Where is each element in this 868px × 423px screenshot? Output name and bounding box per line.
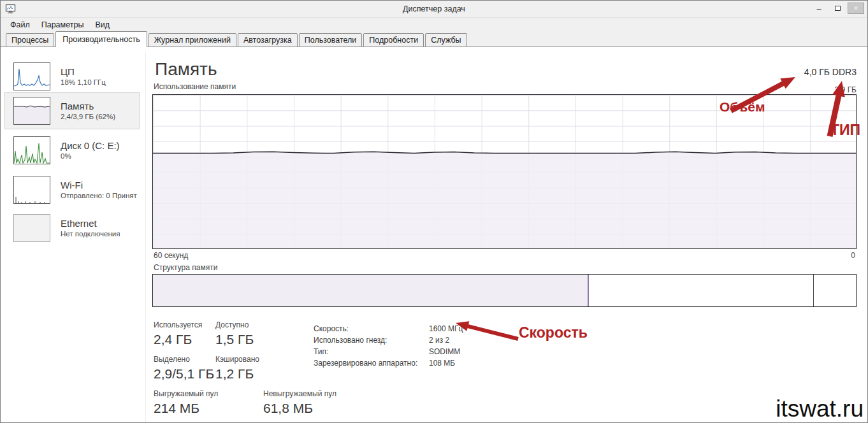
tab-performance[interactable]: Производительность [55, 31, 147, 47]
task-manager-window: Диспетчер задач – × Файл Параметры Вид П… [0, 0, 868, 423]
speed-arrow-icon [456, 321, 518, 339]
stat-available-value: 1,5 ГБ [215, 331, 254, 348]
close-button[interactable]: × [848, 3, 864, 14]
memory-composition-bar [152, 274, 857, 307]
memory-capacity-label: 4,0 ГБ DDR3 [804, 67, 857, 77]
tab-processes[interactable]: Процессы [6, 33, 54, 47]
sidebar-wifi-title: Wi-Fi [61, 179, 137, 191]
tab-users[interactable]: Пользователи [299, 33, 363, 47]
composition-segment-in-use [153, 275, 589, 306]
annotation-speed: Скорость [519, 324, 588, 341]
maximize-button[interactable] [829, 3, 846, 14]
stat-in-use-value: 2,4 ГБ [154, 331, 215, 348]
sidebar-item-ethernet[interactable]: Ethernet Нет подключения [4, 210, 140, 247]
memory-usage-chart [152, 94, 857, 249]
menu-bar: Файл Параметры Вид [4, 18, 115, 31]
stat-nonpaged-pool-value: 61,8 МБ [263, 399, 336, 417]
tab-details[interactable]: Подробности [363, 33, 424, 47]
memory-sparkline-icon [13, 97, 50, 125]
tab-strip: Процессы Производительность Журнал прило… [1, 31, 867, 47]
detail-form-factor-label: Тип: [314, 346, 429, 357]
stat-paged-pool-value: 214 МБ [154, 399, 263, 417]
detail-speed-value: 1600 МГц [429, 323, 463, 334]
minimize-button[interactable]: – [811, 3, 827, 14]
detail-row-form-factor: Тип: SODIMM [314, 346, 463, 357]
page-title: Память [155, 59, 217, 80]
detail-row-hw-reserved: Зарезервировано аппаратно: 108 МБ [314, 357, 463, 369]
watermark: itswat.ru [776, 396, 864, 422]
sidebar-item-wifi[interactable]: Wi-Fi Отправлено: 0 Принят [4, 171, 140, 208]
wifi-sparkline-icon [13, 176, 50, 204]
sidebar-divider [145, 52, 146, 422]
stat-committed-value: 2,9/5,1 ГБ [154, 365, 215, 382]
menu-options[interactable]: Параметры [36, 19, 90, 31]
detail-row-slots: Использовано гнезд: 2 из 2 [314, 334, 463, 346]
sidebar-item-cpu[interactable]: ЦП 18% 1,10 ГГц [4, 58, 140, 95]
sidebar-memory-subtitle: 2,4/3,9 ГБ (62%) [61, 112, 115, 122]
ethernet-sparkline-icon [13, 214, 50, 242]
sidebar-disk-subtitle: 0% [61, 152, 120, 161]
close-icon: × [853, 4, 858, 13]
sidebar-ethernet-title: Ethernet [61, 217, 120, 229]
menu-view[interactable]: Вид [89, 19, 115, 31]
sidebar-ethernet-subtitle: Нет подключения [61, 229, 120, 239]
composition-section-label: Структура памяти [154, 263, 217, 272]
sidebar-disk-title: Диск 0 (C: E:) [61, 140, 120, 152]
detail-slots-value: 2 из 2 [429, 334, 449, 346]
x-axis-left-label: 60 секунд [154, 251, 188, 260]
memory-usage-line [153, 95, 856, 248]
composition-segment-standby [589, 275, 814, 306]
stat-cached-value: 1,2 ГБ [215, 365, 259, 382]
stat-cached-label: Кэшировано [215, 355, 259, 364]
sidebar-cpu-title: ЦП [61, 66, 106, 78]
stat-committed-label: Выделено [154, 355, 215, 364]
stat-available-label: Доступно [215, 320, 254, 329]
stat-nonpaged-pool-label: Невыгружаемый пул [263, 389, 336, 398]
minimize-icon: – [816, 4, 821, 13]
usage-area-fill [153, 152, 856, 248]
detail-slots-label: Использовано гнезд: [314, 334, 429, 346]
sidebar-wifi-subtitle: Отправлено: 0 Принят [61, 191, 137, 201]
sidebar-cpu-subtitle: 18% 1,10 ГГц [61, 78, 106, 87]
detail-hw-reserved-value: 108 МБ [429, 357, 455, 369]
disk-sparkline-icon [13, 136, 50, 164]
memory-details: Скорость: 1600 МГц Использовано гнезд: 2… [314, 323, 463, 369]
tab-services[interactable]: Службы [425, 33, 467, 47]
stats-row-3: Выгружаемый пул 214 МБ Невыгружаемый пул… [154, 389, 453, 417]
sidebar-item-memory[interactable]: Память 2,4/3,9 ГБ (62%) [4, 92, 140, 129]
annotation-volume: Объём [720, 99, 765, 115]
cpu-sparkline-icon [13, 62, 50, 90]
detail-hw-reserved-label: Зарезервировано аппаратно: [314, 357, 429, 369]
detail-form-factor-value: SODIMM [429, 346, 460, 357]
tab-startup[interactable]: Автозагрузка [238, 33, 298, 47]
sidebar-memory-title: Память [61, 100, 115, 112]
detail-speed-label: Скорость: [314, 323, 429, 334]
y-axis-max-label: 3,9 ГБ [835, 85, 857, 94]
x-axis-right-label: 0 [851, 251, 855, 260]
window-chrome: Диспетчер задач – × Файл Параметры Вид П… [1, 1, 867, 47]
annotation-type: ТИП [830, 122, 860, 139]
composition-segment-free [814, 275, 856, 306]
menu-file[interactable]: Файл [4, 19, 36, 31]
tab-app-history[interactable]: Журнал приложений [148, 33, 236, 47]
maximize-icon [835, 6, 841, 11]
window-title: Диспетчер задач [1, 4, 867, 13]
stat-paged-pool-label: Выгружаемый пул [154, 389, 263, 398]
title-bar[interactable]: Диспетчер задач – × [1, 1, 867, 18]
stat-in-use-label: Используется [154, 320, 215, 329]
usage-section-label: Использование памяти [154, 82, 236, 91]
detail-row-speed: Скорость: 1600 МГц [314, 323, 463, 334]
sidebar-item-disk[interactable]: Диск 0 (C: E:) 0% [4, 132, 140, 169]
